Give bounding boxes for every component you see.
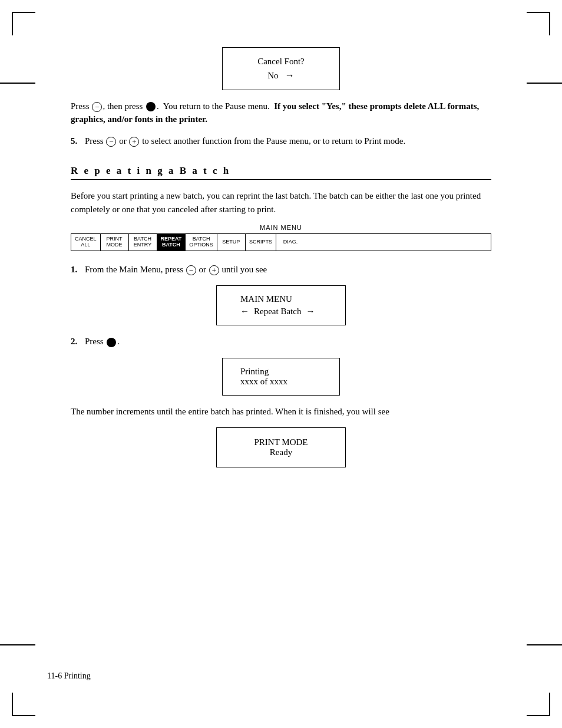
menu-bar: CANCEL ALL PRINT MODE BATCH ENTRY REPEAT… (71, 233, 491, 251)
step5-number: 5. (71, 134, 81, 148)
step-2: 2. Press . (71, 335, 491, 348)
printing-box: Printing xxxx of xxxx (222, 358, 340, 396)
corner-mark-bottom-right (527, 693, 550, 716)
step1-number: 1. (71, 263, 81, 276)
corner-mark-top-left (12, 12, 35, 35)
main-menu-box-nav: ← Repeat Batch → (240, 307, 322, 317)
h-rule-top-left (0, 83, 35, 84)
h-rule-bottom-right (527, 644, 562, 645)
step2-text: Press . (85, 335, 120, 348)
para1-press: Press (71, 101, 91, 111)
menu-item-batch-entry: BATCH ENTRY (129, 234, 157, 251)
step-5: 5. Press − or + to select another functi… (71, 134, 491, 148)
h-rule-top-right (527, 83, 562, 84)
step1-text: From the Main Menu, press − or + until y… (85, 263, 267, 276)
minus-circle-icon-1: − (92, 102, 102, 112)
paragraph-1: Press −, then press . You return to the … (71, 100, 491, 126)
main-menu-box: MAIN MENU ← Repeat Batch → (216, 285, 346, 325)
cancel-font-arrow: → (285, 70, 295, 80)
section-intro: Before you start printing a new batch, y… (71, 189, 491, 216)
step-1: 1. From the Main Menu, press − or + unti… (71, 263, 491, 276)
main-menu-label: Repeat Batch (254, 307, 301, 317)
para1-then: , then press (103, 101, 145, 111)
corner-mark-top-right (527, 12, 550, 35)
number-para: The number increments until the entire b… (71, 405, 491, 419)
step5-text: Press − or + to select another function … (85, 134, 405, 148)
main-menu-box-title: MAIN MENU (240, 294, 322, 304)
menu-item-cancel-all: CANCEL ALL (71, 234, 101, 251)
content-area: Cancel Font? No → Press −, then press . … (47, 47, 515, 467)
menu-item-batch-options: BATCH OPTIONS (186, 234, 217, 251)
print-mode-line2: Ready (240, 447, 322, 457)
menu-item-diag: DIAG. (276, 234, 305, 251)
plus-circle-icon-2: + (209, 265, 219, 275)
cancel-font-line2: No → (240, 68, 322, 83)
step2-number: 2. (71, 335, 81, 348)
footer: 11-6 Printing (47, 671, 91, 681)
page: Cancel Font? No → Press −, then press . … (0, 0, 562, 728)
h-rule-bottom-left (0, 644, 35, 645)
main-menu-left-arrow: ← (240, 307, 249, 317)
main-menu-right-arrow: → (306, 307, 315, 317)
section-heading: R e p e a t i n g a B a t c h (71, 165, 491, 180)
print-mode-box-wrapper: PRINT MODE Ready (71, 427, 491, 467)
printing-line1: Printing (240, 367, 322, 377)
menu-item-scripts: SCRIPTS (246, 234, 276, 251)
menu-item-setup: SETUP (217, 234, 246, 251)
plus-circle-icon-1: + (129, 137, 139, 147)
menu-item-repeat-batch: REPEAT BATCH (157, 234, 186, 251)
printing-line2: xxxx of xxxx (240, 377, 322, 387)
menu-item-print-mode: PRINT MODE (101, 234, 129, 251)
menu-label: MAIN MENU (71, 224, 491, 231)
cancel-font-box: Cancel Font? No → (222, 47, 340, 90)
print-mode-line1: PRINT MODE (240, 437, 322, 447)
black-circle-icon-2 (107, 338, 116, 347)
cancel-font-line1: Cancel Font? (240, 55, 322, 68)
main-menu-box-wrapper: MAIN MENU ← Repeat Batch → (71, 285, 491, 325)
corner-mark-bottom-left (12, 693, 35, 716)
minus-circle-icon-2: − (106, 137, 116, 147)
minus-circle-icon-3: − (186, 265, 196, 275)
cancel-font-box-wrapper: Cancel Font? No → (71, 47, 491, 90)
print-mode-box: PRINT MODE Ready (216, 427, 346, 467)
printing-box-wrapper: Printing xxxx of xxxx (71, 358, 491, 396)
black-circle-icon-1 (146, 102, 156, 111)
